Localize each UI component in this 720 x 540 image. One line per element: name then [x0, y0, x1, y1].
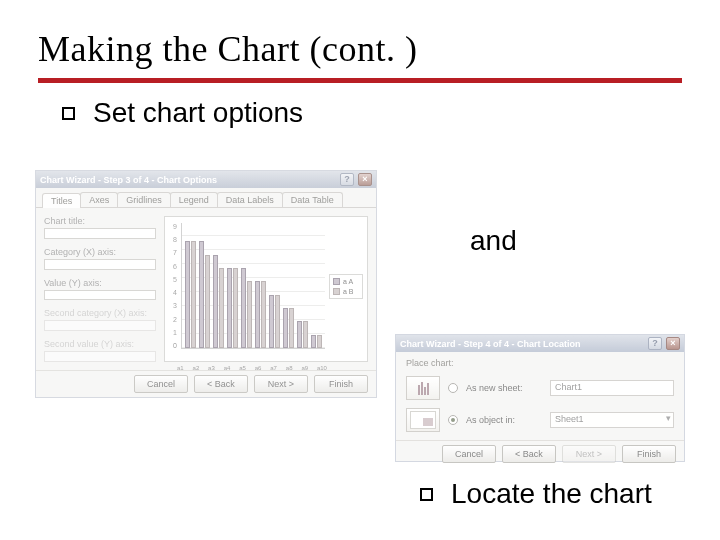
bar	[289, 308, 294, 348]
legend-label-b: a B	[343, 288, 354, 295]
titles-form: Chart title: Category (X) axis: Value (Y…	[44, 216, 156, 362]
label-category-axis: Category (X) axis:	[44, 247, 156, 257]
option-object-in[interactable]: As object in: Sheet1	[406, 408, 674, 432]
help-icon[interactable]: ?	[340, 173, 354, 186]
ytick: 1	[173, 329, 177, 336]
label-chart-title: Chart title:	[44, 216, 156, 226]
bar	[297, 321, 302, 348]
input-category-axis[interactable]	[44, 259, 156, 270]
y-axis-ticks: 9 8 7 6 5 4 3 2 1 0	[167, 223, 177, 349]
chart-sheet-icon	[406, 376, 440, 400]
bar	[303, 321, 308, 348]
bar	[255, 281, 260, 348]
slide-title: Making the Chart (cont. )	[38, 28, 720, 70]
bar	[191, 241, 196, 348]
bullet-text: Set chart options	[93, 97, 303, 129]
finish-button[interactable]: Finish	[314, 375, 368, 393]
chart-legend: a A a B	[329, 274, 363, 299]
radio-new-sheet[interactable]	[448, 383, 458, 393]
bar	[247, 281, 252, 348]
ytick: 3	[173, 302, 177, 309]
dialog-title: Chart Wizard - Step 4 of 4 - Chart Locat…	[400, 339, 644, 349]
chart-wizard-step3-dialog: Chart Wizard - Step 3 of 4 - Chart Optio…	[35, 170, 377, 398]
bar-group	[241, 268, 252, 348]
bar-group	[227, 268, 238, 348]
square-bullet-icon	[62, 107, 75, 120]
object-in-sheet-select[interactable]: Sheet1	[550, 412, 674, 428]
ytick: 9	[173, 223, 177, 230]
bar-group	[269, 295, 280, 348]
bar	[227, 268, 232, 348]
titlebar[interactable]: Chart Wizard - Step 4 of 4 - Chart Locat…	[396, 335, 684, 352]
bar-group	[213, 255, 224, 348]
cancel-button[interactable]: Cancel	[134, 375, 188, 393]
label-value-axis: Value (Y) axis:	[44, 278, 156, 288]
next-button: Next >	[562, 445, 616, 463]
radio-object-in[interactable]	[448, 415, 458, 425]
input-chart-title[interactable]	[44, 228, 156, 239]
tab-data-labels[interactable]: Data Labels	[217, 192, 283, 207]
place-chart-label: Place chart:	[406, 358, 674, 368]
close-icon[interactable]: ×	[666, 337, 680, 350]
finish-button[interactable]: Finish	[622, 445, 676, 463]
plot-area	[181, 223, 325, 349]
tab-titles[interactable]: Titles	[42, 193, 81, 208]
xtick: a4	[224, 365, 231, 371]
titlebar[interactable]: Chart Wizard - Step 3 of 4 - Chart Optio…	[36, 171, 376, 188]
chart-preview: 9 8 7 6 5 4 3 2 1 0 a A a B a1a2a3a4a5a6…	[164, 216, 368, 362]
input-second-category	[44, 320, 156, 331]
xtick: a10	[317, 365, 327, 371]
option-label: As object in:	[466, 415, 542, 425]
bar-group	[297, 321, 308, 348]
tab-gridlines[interactable]: Gridlines	[117, 192, 171, 207]
bar	[275, 295, 280, 348]
xtick: a6	[255, 365, 262, 371]
bullet-locate-chart: Locate the chart	[420, 478, 652, 510]
legend-swatch-a	[333, 278, 340, 285]
label-second-category: Second category (X) axis:	[44, 308, 156, 318]
help-icon[interactable]: ?	[648, 337, 662, 350]
new-sheet-name-input[interactable]: Chart1	[550, 380, 674, 396]
legend-swatch-b	[333, 288, 340, 295]
bar	[317, 335, 322, 348]
wizard-buttons: Cancel < Back Next > Finish	[36, 370, 376, 399]
title-underline	[38, 78, 682, 83]
square-bullet-icon	[420, 488, 433, 501]
bar-group	[311, 335, 322, 348]
xtick: a3	[208, 365, 215, 371]
bullet-text: Locate the chart	[451, 478, 652, 510]
tab-axes[interactable]: Axes	[80, 192, 118, 207]
bar	[213, 255, 218, 348]
bar-group	[199, 241, 210, 348]
bar	[219, 268, 224, 348]
bullet-set-chart-options: Set chart options	[62, 97, 720, 129]
x-axis-ticks: a1a2a3a4a5a6a7a8a9a10	[177, 365, 327, 371]
close-icon[interactable]: ×	[358, 173, 372, 186]
back-button[interactable]: < Back	[194, 375, 248, 393]
ytick: 6	[173, 263, 177, 270]
ytick: 2	[173, 316, 177, 323]
label-second-value: Second value (Y) axis:	[44, 339, 156, 349]
bar	[199, 241, 204, 348]
xtick: a5	[239, 365, 246, 371]
input-value-axis[interactable]	[44, 290, 156, 301]
next-button[interactable]: Next >	[254, 375, 308, 393]
cancel-button[interactable]: Cancel	[442, 445, 496, 463]
bar	[269, 295, 274, 348]
embedded-chart-icon	[406, 408, 440, 432]
bar-group	[283, 308, 294, 348]
bar	[283, 308, 288, 348]
tab-data-table[interactable]: Data Table	[282, 192, 343, 207]
ytick: 7	[173, 249, 177, 256]
bar	[233, 268, 238, 348]
xtick: a9	[301, 365, 308, 371]
tab-strip: Titles Axes Gridlines Legend Data Labels…	[36, 188, 376, 208]
xtick: a2	[193, 365, 200, 371]
chart-wizard-step4-dialog: Chart Wizard - Step 4 of 4 - Chart Locat…	[395, 334, 685, 462]
bar	[185, 241, 190, 348]
option-new-sheet[interactable]: As new sheet: Chart1	[406, 376, 674, 400]
back-button[interactable]: < Back	[502, 445, 556, 463]
ytick: 0	[173, 342, 177, 349]
bar	[205, 255, 210, 348]
tab-legend[interactable]: Legend	[170, 192, 218, 207]
